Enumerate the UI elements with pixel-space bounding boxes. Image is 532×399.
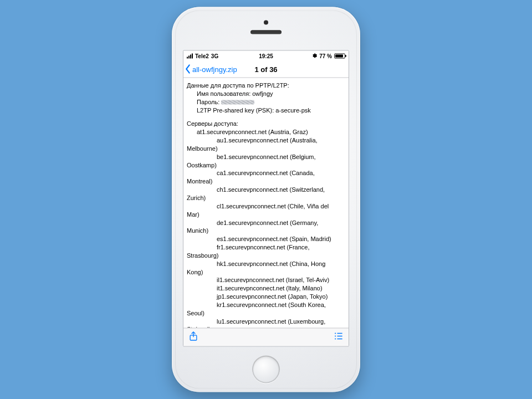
battery-icon [334,53,345,58]
back-button[interactable]: all-owfjngy.zip [183,64,237,74]
server-line: lu1.securevpnconnect.net (Luxembourg, [187,317,345,325]
server-line-wrap: Kong) [187,268,345,276]
server-line-wrap: Montreal) [187,177,345,186]
server-line-wrap: Strasbourg) [187,251,345,259]
server-line: il1.securevpnconnect.net (Israel, Tel-Av… [187,276,345,284]
carrier-label: Tele2 [195,53,209,59]
list-icon [333,331,344,342]
server-line: ca1.securevpnconnect.net (Canada, [187,169,345,177]
password-line: Пароль: [187,98,345,106]
signal-icon [187,53,193,58]
nav-bar: all-owfjngy.zip 1 of 36 [183,61,349,78]
server-line-wrap: Seoul) [187,309,345,317]
server-line-wrap: Mar) [187,210,345,218]
server-line: kr1.securevpnconnect.net (South Korea, [187,300,345,309]
battery-percent: 77 % [319,53,332,59]
svg-point-3 [335,335,336,336]
server-line: hk1.securevpnconnect.net (China, Hong [187,259,345,268]
server-line: de1.securevpnconnect.net (Germany, [187,218,345,227]
share-icon [188,331,199,342]
share-button[interactable] [188,331,199,344]
back-label: all-owfjngy.zip [192,65,237,73]
creds-heading: Данные для доступа по PPTP/L2TP: [187,81,345,90]
network-label: 3G [211,53,218,59]
psk-line: L2TP Pre-shared key (PSK): a-secure-psk [187,106,345,114]
bluetooth-icon: ✽ [313,53,317,59]
server-line-wrap: Munich) [187,227,345,235]
server-line: au1.securevpnconnect.net (Australia, [187,136,345,145]
speaker-slot [250,30,282,34]
server-line: fr1.securevpnconnect.net (France, [187,243,345,252]
server-line: it1.securevpnconnect.net (Italy, Milano) [187,284,345,293]
status-right: ✽ 77 % [313,53,345,59]
document-content[interactable]: Данные для доступа по PPTP/L2TP: Имя пол… [183,78,349,328]
spacer [187,114,345,120]
camera-dot [264,21,268,25]
status-left: Tele2 3G [187,53,218,59]
server-line-wrap: Zurich) [187,193,345,202]
phone-frame: Tele2 3G 19:25 ✽ 77 % all-owfjngy.zip 1 … [172,7,360,392]
server-line-wrap: Oostkamp) [187,161,345,169]
server-line: jp1.securevpnconnect.net (Japan, Tokyo) [187,293,345,301]
username-line: Имя пользователя: owfjngy [187,89,345,98]
servers-heading: Серверы доступа: [187,120,345,128]
server-line: cl1.securevpnconnect.net (Chile, Viña de… [187,202,345,210]
chevron-left-icon [185,64,191,74]
server-line-first: at1.securevpnconnect.net (Austria, Graz) [187,128,345,136]
status-bar: Tele2 3G 19:25 ✽ 77 % [183,51,349,61]
svg-point-4 [335,338,336,339]
server-line: es1.securevpnconnect.net (Spain, Madrid) [187,235,345,243]
server-line: be1.securevpnconnect.net (Belgium, [187,152,345,161]
home-button[interactable] [252,356,280,383]
list-button[interactable] [333,331,344,344]
screen: Tele2 3G 19:25 ✽ 77 % all-owfjngy.zip 1 … [183,50,349,347]
svg-point-2 [335,332,336,334]
server-line-wrap: Melbourne) [187,144,345,152]
toolbar [183,328,349,346]
server-line: ch1.securevpnconnect.net (Switzerland, [187,186,345,194]
password-label: Пароль: [197,98,219,105]
password-redacted [221,100,254,104]
